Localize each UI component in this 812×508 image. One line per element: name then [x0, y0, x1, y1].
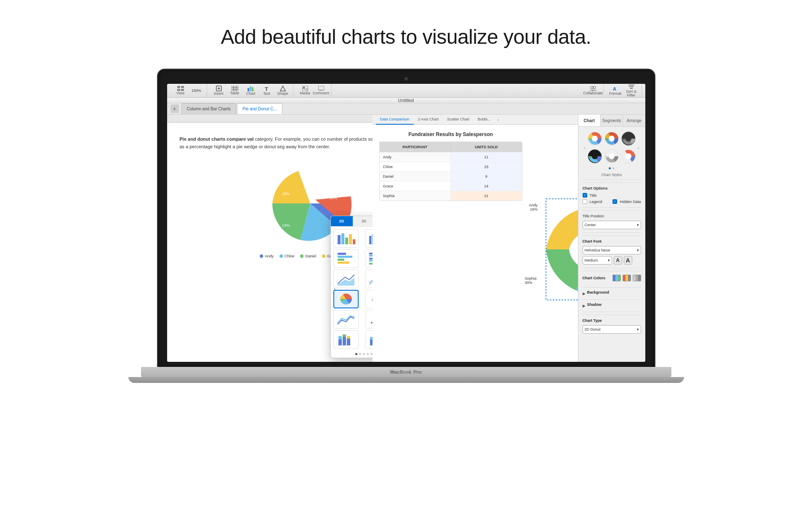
checkbox-legend[interactable]	[583, 199, 587, 204]
divider-3	[583, 233, 641, 233]
svg-rect-34	[345, 238, 348, 244]
popup-dot-0	[355, 353, 357, 355]
svg-point-87	[626, 153, 631, 159]
popup-tab-2d[interactable]: 2D	[331, 216, 353, 226]
chart-style-1[interactable]	[587, 131, 602, 147]
cell-daniel-name: Daniel	[380, 172, 451, 181]
sort-btn[interactable]: Sort & Filter	[624, 84, 639, 97]
chart-option-area-multi[interactable]	[365, 270, 373, 288]
font-size-select[interactable]: Medium ▾	[583, 256, 612, 265]
data-table-area: Fundraiser Results by Salesperson PARTIC…	[373, 125, 529, 362]
legend-andy: Andy	[260, 254, 274, 258]
chart-option-bar-multi[interactable]	[365, 229, 373, 248]
panel-chevron-right[interactable]: ›	[636, 142, 641, 154]
popup-tab-3d[interactable]: 3D	[353, 216, 373, 226]
sheet-tab-bar: + Column and Bar Charts Pie and Donut C.…	[167, 103, 645, 115]
divider-6	[583, 299, 641, 300]
svg-rect-36	[353, 239, 355, 244]
popup-nav-left[interactable]: ‹	[332, 283, 338, 295]
svg-point-81	[626, 136, 631, 142]
styles-dot-1	[612, 167, 615, 169]
chart-type-select[interactable]: 2D Donut ▾	[583, 325, 641, 334]
label-sophia: Sophia 30%	[525, 276, 537, 285]
chart-option-stacked-bar[interactable]	[333, 330, 359, 349]
svg-rect-62	[338, 336, 342, 340]
color-swatch-1[interactable]	[612, 275, 621, 281]
data-and-chart: Fundraiser Results by Salesperson PARTIC…	[373, 125, 578, 362]
checkbox-title[interactable]: ✓	[583, 193, 587, 198]
legend-chloe: Chloe	[280, 254, 295, 258]
svg-rect-32	[338, 235, 341, 244]
insert-btn[interactable]: Insert	[211, 84, 226, 97]
cell-sophia-value: 21	[451, 191, 522, 201]
chart-style-2[interactable]	[604, 131, 619, 147]
toolbar-group-format: A Format Sort & Filter	[605, 84, 642, 97]
zoom-btn[interactable]: 150%	[189, 84, 204, 97]
panel-tab-chart[interactable]: Chart	[578, 115, 601, 126]
chart-font-label: Chart Font	[583, 239, 641, 243]
color-swatch-3[interactable]	[633, 275, 641, 281]
svg-rect-68	[370, 337, 373, 340]
comp-nav-right[interactable]: ›	[495, 115, 502, 125]
chart-option-line[interactable]	[333, 310, 359, 329]
comment-btn[interactable]: Comment	[314, 84, 329, 97]
svg-rect-64	[343, 334, 346, 337]
chart-option-hbar-color[interactable]	[333, 249, 359, 268]
divider-2	[583, 207, 641, 208]
panel-tab-segments[interactable]: Segments	[601, 115, 623, 126]
chart-style-4[interactable]	[587, 149, 602, 165]
background-triangle: ▶	[583, 291, 586, 296]
inspector-panel: Chart Segments Arrange	[578, 115, 645, 362]
panel-tabs: Chart Segments Arrange	[578, 115, 645, 127]
chart-option-bar-color[interactable]	[333, 229, 359, 248]
colors-swatches	[612, 275, 641, 281]
chart-option-hbar-multi[interactable]	[365, 249, 373, 268]
comp-tab-bubble[interactable]: Bubbi...	[474, 115, 495, 125]
view-btn[interactable]: View	[173, 84, 188, 97]
cell-sophia-name: Sophia	[380, 191, 451, 201]
chart-font-section: Chart Font Helvetica Neue ▾ Medium ▾	[583, 235, 641, 265]
legend-dot-chloe	[280, 254, 283, 258]
shadow-row[interactable]: ▶ Shadow	[583, 302, 641, 309]
panel-chevron-left[interactable]: ‹	[583, 142, 588, 154]
chart-style-5[interactable]	[604, 149, 619, 165]
font-increase-btn[interactable]: A	[624, 256, 632, 265]
comp-tab-2axis[interactable]: 2-Axis Chart	[414, 115, 443, 125]
format-btn[interactable]: A Format	[608, 84, 623, 97]
text-btn[interactable]: T Text	[259, 84, 274, 97]
svg-rect-13	[250, 86, 251, 91]
font-decrease-btn[interactable]: A	[614, 256, 622, 265]
svg-rect-33	[341, 233, 344, 244]
svg-rect-43	[338, 256, 352, 258]
color-swatch-2[interactable]	[623, 275, 631, 281]
option-legend-label: Legend	[590, 200, 602, 204]
divider-4	[583, 268, 641, 268]
table-btn[interactable]: Table	[227, 84, 242, 97]
chart-style-3[interactable]	[621, 131, 636, 147]
table-row-andy: Andy 11	[380, 152, 522, 162]
background-row[interactable]: ▶ Background	[583, 290, 641, 297]
chart-option-donut[interactable]	[365, 290, 373, 308]
panel-tab-arrange[interactable]: Arrange	[623, 115, 645, 126]
collaborate-btn[interactable]: Collaborate	[586, 84, 601, 97]
title-position-label: Title Position	[583, 214, 612, 218]
sheet-tab-pie[interactable]: Pie and Donut C...	[237, 103, 282, 114]
comparison-tabs: Data Comparison 2-Axis Chart Scatter Cha…	[373, 115, 578, 125]
option-hidden-data-label: Hidden Data	[620, 200, 641, 204]
comp-tab-scatter[interactable]: Scatter Chart	[443, 115, 474, 125]
chart-type-popup: 2D 3D Interactive ‹	[330, 216, 373, 358]
title-position-select[interactable]: Center ▾	[583, 221, 641, 229]
shape-btn[interactable]: Shape	[275, 84, 290, 97]
font-name-select[interactable]: Helvetica Neue ▾	[583, 246, 641, 254]
checkbox-hidden-data[interactable]: ✓	[612, 199, 617, 204]
popup-dot-4	[370, 353, 373, 355]
sheet-tab-columns[interactable]: Column and Bar Charts	[181, 103, 237, 114]
comp-tab-data[interactable]: Data Comparison	[376, 115, 414, 125]
chart-style-6[interactable]	[621, 149, 636, 165]
add-sheet-btn[interactable]: +	[170, 104, 179, 113]
chart-option-scatter[interactable]	[365, 310, 373, 329]
svg-point-22	[591, 86, 593, 89]
chart-option-stacked-bar2[interactable]	[365, 330, 373, 349]
chart-btn[interactable]: Chart	[243, 84, 258, 97]
media-btn[interactable]: Media	[298, 84, 313, 97]
